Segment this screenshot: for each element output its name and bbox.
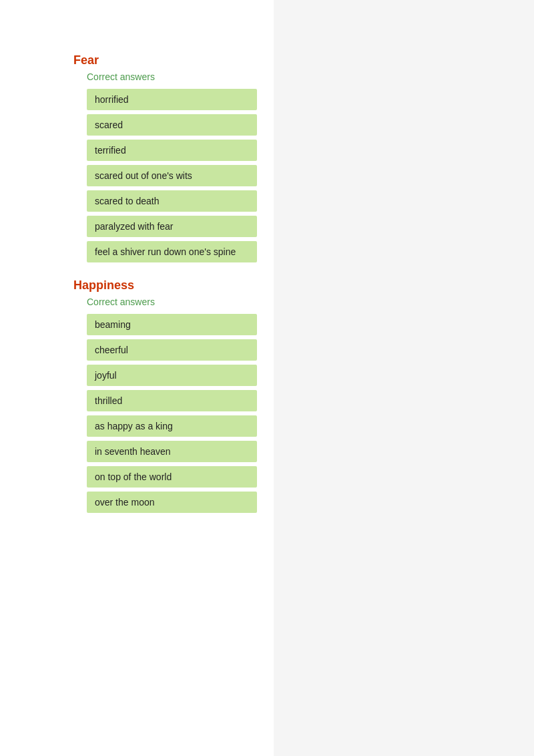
happiness-answers-list: beamingcheerfuljoyfulthrilledas happy as… — [73, 314, 260, 513]
list-item: terrified — [87, 140, 257, 161]
fear-answers-list: horrifiedscaredterrifiedscared out of on… — [73, 89, 260, 262]
right-panel — [274, 0, 534, 756]
list-item: scared to death — [87, 190, 257, 212]
list-item: over the moon — [87, 492, 257, 513]
happiness-title: Happiness — [73, 278, 260, 293]
list-item: joyful — [87, 365, 257, 386]
fear-correct-answers-label: Correct answers — [73, 71, 260, 82]
happiness-correct-answers-label: Correct answers — [73, 297, 260, 307]
left-panel: Fear Correct answers horrifiedscaredterr… — [0, 0, 274, 756]
fear-section: Fear Correct answers horrifiedscaredterr… — [73, 53, 260, 262]
list-item: thrilled — [87, 390, 257, 411]
list-item: in seventh heaven — [87, 441, 257, 462]
list-item: on top of the world — [87, 466, 257, 488]
list-item: as happy as a king — [87, 415, 257, 437]
list-item: paralyzed with fear — [87, 216, 257, 237]
list-item: horrified — [87, 89, 257, 110]
page-container: Fear Correct answers horrifiedscaredterr… — [0, 0, 534, 756]
list-item: scared out of one's wits — [87, 165, 257, 186]
list-item: cheerful — [87, 339, 257, 361]
list-item: feel a shiver run down one's spine — [87, 241, 257, 262]
list-item: scared — [87, 114, 257, 136]
list-item: beaming — [87, 314, 257, 335]
happiness-section: Happiness Correct answers beamingcheerfu… — [73, 278, 260, 513]
fear-title: Fear — [73, 53, 260, 67]
